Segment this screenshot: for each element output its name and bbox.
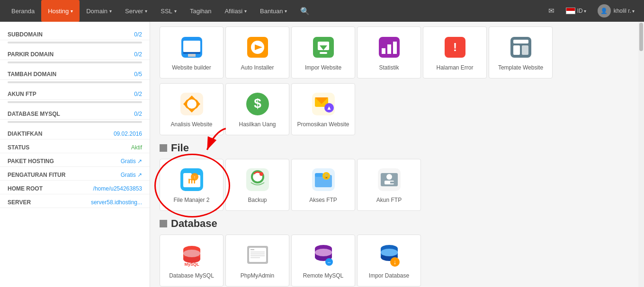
sidebar-value-paket[interactable]: Gratis ↗	[121, 158, 142, 165]
chevron-down-icon: ▾	[244, 9, 247, 14]
svg-rect-20	[522, 45, 528, 55]
svg-rect-14	[393, 42, 397, 54]
sidebar-value-status: Aktif	[131, 144, 142, 151]
promosikan-icon: ▲	[310, 91, 337, 117]
user-menu[interactable]: 👤 kholil r. ▾	[593, 0, 639, 22]
template-website-icon	[508, 34, 534, 61]
navbar: Beranda Hosting ▾ Domain ▾ Server ▾ SSL …	[0, 0, 644, 22]
grid-item-akses-ftp[interactable]: 🔒 Akses FTP	[291, 159, 355, 211]
auto-installer-label: Auto Installer	[241, 64, 274, 71]
website-builder-icon	[179, 34, 205, 61]
akses-ftp-icon: 🔒	[310, 166, 337, 193]
file-manager-label: File Manajer 2	[173, 197, 209, 203]
svg-point-72	[381, 249, 398, 256]
nav-item-server[interactable]: Server ▾	[118, 0, 154, 22]
grid-file: m ↑ File Manajer 2	[160, 159, 635, 211]
svg-text:↓: ↓	[393, 258, 396, 266]
template-website-label: Template Website	[498, 64, 543, 71]
mail-icon-btn[interactable]: ✉	[544, 0, 559, 22]
phpmyadmin-label: PhpMyAdmin	[241, 272, 274, 279]
svg-rect-18	[513, 40, 528, 43]
hasilkan-icon: $	[244, 91, 271, 117]
sidebar-label-tambah: TAMBAH DOMAIN	[8, 71, 56, 78]
sidebar-row-pengaturan: PENGATURAN FITUR Gratis ↗	[0, 167, 150, 181]
sidebar-label-db-mysql: DATABASE MYSQL	[8, 111, 60, 117]
chevron-down-icon: ▾	[584, 9, 586, 14]
nav-item-tagihan[interactable]: Tagihan	[183, 0, 218, 22]
svg-rect-43	[315, 173, 323, 177]
chevron-down-icon: ▾	[71, 9, 73, 14]
nav-item-domain[interactable]: Domain ▾	[80, 0, 118, 22]
grid-item-auto-installer[interactable]: Auto Installer	[225, 26, 289, 78]
db-mysql-label: Database MySQL	[169, 272, 214, 279]
statistik-label: Statistik	[379, 64, 399, 71]
file-section-header: File	[160, 142, 635, 154]
grid-item-backup[interactable]: Backup	[225, 159, 289, 211]
grid-item-analisis[interactable]: Analisis Website	[160, 83, 224, 135]
nav-item-beranda[interactable]: Beranda	[5, 0, 41, 22]
grid-item-impor-database[interactable]: ↓ Impor Database	[357, 235, 421, 287]
impor-website-icon	[310, 34, 337, 61]
sidebar-bar-db-mysql	[8, 121, 142, 123]
sidebar-bar-subdomain	[8, 42, 142, 43]
promosikan-label: Promosikan Website	[297, 121, 349, 128]
sidebar-bar-akun-ftp	[8, 101, 142, 103]
grid-item-template-website[interactable]: Template Website	[489, 26, 553, 78]
svg-rect-13	[387, 44, 391, 54]
scrollbar[interactable]	[638, 22, 644, 287]
chevron-down-icon: ▾	[145, 9, 147, 14]
grid-item-phpmyadmin[interactable]: PhpMyAdmin	[225, 235, 289, 287]
svg-text:!: !	[453, 41, 457, 53]
grid-item-db-mysql[interactable]: MySQL Database MySQL	[160, 235, 224, 287]
nav-item-hosting[interactable]: Hosting ▾	[41, 0, 80, 22]
grid-item-akun-ftp[interactable]: Akun FTP	[357, 159, 421, 211]
nav-item-afiliasi[interactable]: Afiliasi ▾	[218, 0, 253, 22]
remote-mysql-label: Remote MySQL	[303, 272, 343, 279]
flag-icon	[566, 8, 575, 14]
grid-item-statistik[interactable]: Statistik	[357, 26, 421, 78]
svg-rect-58	[250, 249, 254, 250]
grid-item-impor-website[interactable]: Impor Website	[291, 26, 355, 78]
grid-item-remote-mysql[interactable]: ↔ Remote MySQL	[291, 235, 355, 287]
remote-mysql-icon: ↔	[310, 242, 337, 269]
backup-icon	[244, 166, 271, 193]
grid-middle: Analisis Website $ Hasilkan Uang	[160, 83, 635, 135]
grid-item-website-builder[interactable]: Website builder	[160, 26, 224, 78]
database-section-header: Database	[160, 217, 635, 230]
nav-right: ✉ ID ▾ 👤 kholil r. ▾	[544, 0, 639, 22]
akun-ftp-label: Akun FTP	[376, 197, 402, 203]
sidebar-value-pengaturan[interactable]: Gratis ↗	[121, 172, 142, 178]
grid-item-hasilkan[interactable]: $ Hasilkan Uang	[225, 83, 289, 135]
username-label: kholil r.	[614, 8, 631, 14]
scrollbar-thumb[interactable]	[639, 23, 643, 51]
grid-item-file-manager[interactable]: m ↑ File Manajer 2	[160, 159, 224, 211]
impor-database-icon: ↓	[376, 242, 402, 269]
main-content: Website builder Auto Installer	[150, 22, 644, 287]
db-mysql-icon: MySQL	[179, 242, 205, 269]
sidebar-row-home-root: HOME ROOT /home/u254263853	[0, 181, 150, 194]
sidebar-row-tambah: TAMBAH DOMAIN 0/5	[0, 66, 150, 80]
website-builder-label: Website builder	[172, 64, 211, 71]
sidebar-row-diaktifkan: DIAKTIFKAN 09.02.2016	[0, 126, 150, 139]
grid-item-halaman-error[interactable]: ! Halaman Error	[423, 26, 487, 78]
search-button[interactable]: 🔍	[294, 0, 316, 22]
sidebar-label-paket: PAKET HOSTING	[8, 158, 54, 165]
sidebar-value-server[interactable]: server58.idhosting...	[91, 199, 142, 206]
nav-item-bantuan[interactable]: Bantuan ▾	[253, 0, 294, 22]
sidebar: SUBDOMAIN 0/2 PARKIR DOMAIN 0/2 TAMBAH D…	[0, 22, 150, 287]
grid-item-promosikan[interactable]: ▲ Promosikan Website	[291, 83, 355, 135]
database-section-title: Database	[171, 217, 217, 230]
chevron-down-icon: ▾	[285, 9, 287, 14]
nav-item-ssl[interactable]: SSL ▾	[154, 0, 183, 22]
sidebar-value-home-root[interactable]: /home/u254263853	[93, 185, 142, 192]
sidebar-label-subdomain: SUBDOMAIN	[8, 31, 43, 38]
chevron-down-icon: ▾	[632, 9, 635, 14]
svg-rect-1	[183, 41, 200, 52]
sidebar-label-server: SERVER	[8, 199, 31, 206]
hasilkan-label: Hasilkan Uang	[239, 121, 276, 128]
sidebar-bar-tambah	[8, 81, 142, 83]
analisis-label: Analisis Website	[171, 121, 213, 128]
sidebar-row-db-mysql: DATABASE MYSQL 0/2	[0, 106, 150, 120]
sidebar-value-db-mysql: 0/2	[134, 111, 142, 117]
lang-selector[interactable]: ID ▾	[561, 0, 591, 22]
